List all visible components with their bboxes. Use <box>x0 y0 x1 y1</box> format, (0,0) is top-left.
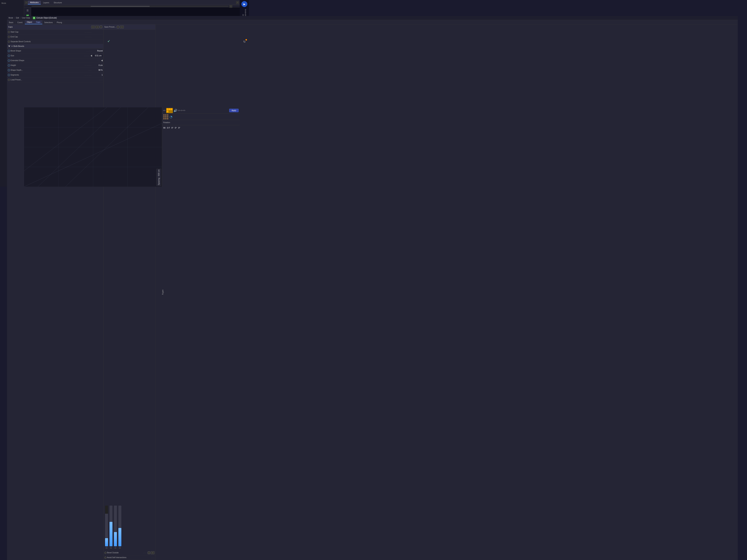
bevel-shape-row: Bevel Shape .......... Round <box>31 49 103 53</box>
val-0f: 0 F <box>167 127 170 129</box>
prop-tab-selections[interactable]: Selections <box>43 21 55 24</box>
size-dec-arrow[interactable] <box>91 55 92 57</box>
object-icon: ■ <box>33 17 35 19</box>
prop-tab-phong[interactable]: Phong <box>55 21 64 24</box>
prop-tab-caps[interactable]: Caps <box>34 20 42 24</box>
orange-dot <box>246 39 247 41</box>
size-value[interactable]: 6.51 cm <box>93 54 103 57</box>
app-window: Mode ‹ Attributes Layers Structure › › ☰ <box>0 0 249 187</box>
segments-label: Segments <box>31 74 84 76</box>
svg-line-0 <box>24 107 107 171</box>
start-cap-label: Start Cap <box>31 31 84 33</box>
wireframe-svg <box>24 107 162 187</box>
chevron-left[interactable]: <> <box>178 109 180 111</box>
load-preset-row: Load Preset... ...... <box>31 77 103 82</box>
ext-shape-arrow[interactable] <box>101 60 103 61</box>
viewport-area: Spacing : 500 cm <> <box>24 107 240 187</box>
rotation-label: Rotation <box>163 122 170 124</box>
load-preset-label: Load Preset... <box>31 79 99 81</box>
prop-tab-object[interactable]: Object <box>31 20 34 24</box>
grid-dots-icon <box>163 114 169 119</box>
scroll-right-arrow[interactable]: › <box>236 1 239 4</box>
bottom-nav-arrow[interactable]: <> <box>163 109 165 111</box>
save-preset-label: Save Preset... <box>104 26 116 28</box>
spacing-label: Spacing : 500 cm <box>158 169 160 185</box>
shape-depth-value: 98 % <box>93 69 103 71</box>
shape-depth-row: Shape Depth... ...... 98 % <box>31 68 103 73</box>
save-preset-arrow[interactable]: › <box>120 26 124 28</box>
end-cap-label: End Cap <box>31 36 84 38</box>
apply-button[interactable]: Apply <box>229 109 239 112</box>
nav-blue-circle[interactable]: ▶ <box>241 1 247 7</box>
prev-arrow-btn[interactable]: › <box>91 26 95 28</box>
next-arrow-btn[interactable]: › <box>96 26 99 28</box>
shape-depth-label: Shape Depth... <box>31 69 88 71</box>
chevron-more[interactable]: <> <box>183 109 185 111</box>
size-label: Size <box>31 55 83 57</box>
top-tab-bar: ‹ Attributes Layers Structure › <box>24 0 240 5</box>
svg-line-2 <box>66 107 148 187</box>
scroll-left-arrow[interactable]: ‹ <box>25 1 28 4</box>
wave-icon: ◔ <box>170 115 173 119</box>
segments-row: Segments ............ 1 <box>31 73 103 77</box>
attributes-panel: ☰ E + ◎ 🔒 ▼ 🔍 ⇧ ⇨ ⇦ Mode | <box>24 7 240 107</box>
properties-area: Mode | Edit | User Data | ■ Extrude Obje… <box>31 7 240 107</box>
save-preset-checkbox[interactable] <box>117 26 119 28</box>
chevron-right[interactable]: <> <box>180 109 183 111</box>
val-rot-z: 0° <box>178 127 180 129</box>
size-row: Size .......... 6.51 cm <box>31 53 103 58</box>
val-90: 90 <box>163 127 165 129</box>
bevel-shape-value: Round <box>93 50 103 52</box>
val-rot-x: 0° <box>171 127 174 129</box>
separate-bevel-row: Separate Bevel Controls <box>31 39 103 44</box>
height-label: Height <box>31 64 84 66</box>
tab-structure[interactable]: Structure <box>52 1 64 4</box>
segments-value: 1 <box>93 74 103 76</box>
extended-shape-label: Extended Shape <box>31 59 97 61</box>
main-column: ‹ Attributes Layers Structure › › ☰ E + <box>24 0 240 187</box>
caps-checkbox[interactable] <box>100 26 102 28</box>
spacing-container: Spacing : 500 cm <box>156 168 162 187</box>
separate-bevel-label: Separate Bevel Controls <box>31 41 103 43</box>
breadcrumb-object: Extrude Object [Extrude] <box>36 17 57 19</box>
height-row: Height ............ 0 cm <box>31 63 103 68</box>
tab-layers[interactable]: Layers <box>41 1 51 4</box>
height-value: 0 cm <box>93 64 103 66</box>
extended-shape-row: Extended Shape ...... <box>31 58 103 63</box>
film-strip-icon <box>166 108 173 113</box>
end-cap-row: End Cap ............ <box>31 34 103 39</box>
refresh-icon-container[interactable]: ↻ <box>242 39 247 44</box>
speaker-icon[interactable]: 🔊 <box>174 109 177 112</box>
hamburger-icon[interactable]: ☰ <box>25 8 30 12</box>
tab-attributes[interactable]: Attributes <box>28 1 41 4</box>
bottom-arrows-group: <> <> <> <box>178 109 185 111</box>
val-rot-y: 0° <box>175 127 177 129</box>
viewport-canvas[interactable]: Spacing : 500 cm <box>24 107 162 187</box>
bottom-properties-strip: <> 🔊 <> <> <> <box>162 107 240 187</box>
start-cap-row: Start Cap ............ <box>31 30 103 34</box>
bevel-shape-label: Bevel Shape <box>31 50 85 52</box>
svg-line-1 <box>38 107 121 187</box>
content-browser-label: Mode <box>1 1 22 5</box>
